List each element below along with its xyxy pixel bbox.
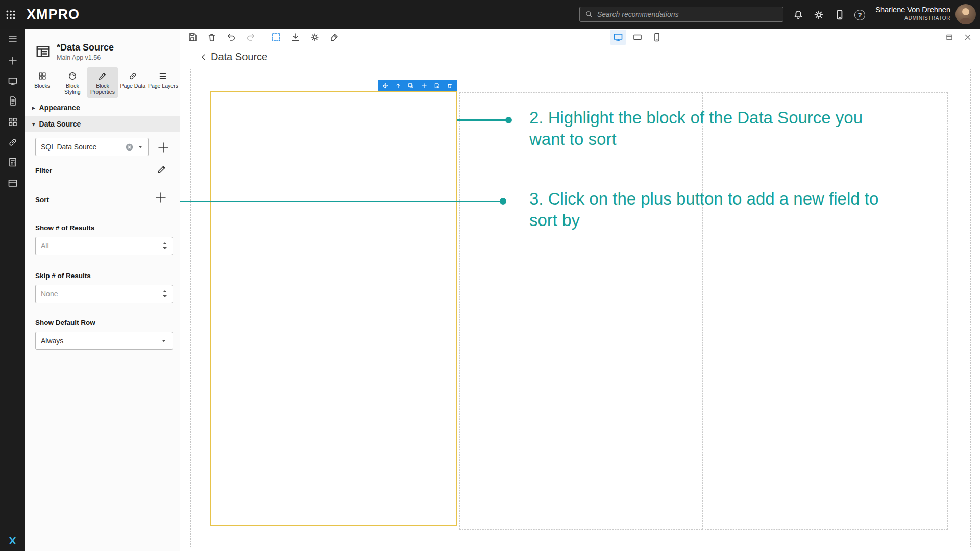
duplicate-block-icon[interactable]: [407, 82, 414, 90]
help-icon[interactable]: ?: [854, 8, 868, 21]
show-results-label: Show # of Results: [35, 224, 94, 232]
annotation-dot: [500, 198, 506, 205]
dashboards-icon[interactable]: [0, 72, 25, 90]
annotation-connector-line: [457, 119, 509, 121]
save-block-icon[interactable]: [433, 82, 440, 90]
tab-block-properties[interactable]: Block Properties: [87, 67, 117, 98]
xmpro-app-designer: XMPRO ? Sharlene Von Drehnen ADMINISTRAT…: [0, 0, 980, 551]
window-controls: [941, 30, 976, 45]
notifications-bell-icon[interactable]: [793, 8, 806, 21]
stepper-icons[interactable]: [162, 242, 167, 250]
select-tool-button[interactable]: [268, 30, 284, 45]
preview-device-toggle: [610, 30, 665, 45]
show-results-input[interactable]: All: [35, 237, 173, 255]
search-icon: [585, 10, 593, 18]
undo-button[interactable]: [223, 30, 239, 45]
panel-tabs: Blocks Block Styling Block Properties Pa…: [27, 67, 178, 98]
search-box[interactable]: [579, 7, 783, 22]
redo-button[interactable]: [242, 30, 259, 45]
sort-label: Sort: [35, 196, 49, 204]
restore-window-icon[interactable]: [941, 30, 958, 45]
data-source-value: SQL Data Source: [41, 143, 122, 151]
app-page-icon: [35, 44, 51, 59]
add-sort-plus-button[interactable]: [155, 191, 167, 204]
avatar[interactable]: [955, 4, 976, 24]
app-subtitle: Main App v1.56: [57, 54, 101, 61]
blocks-grid-icon: [38, 71, 47, 81]
save-button[interactable]: [184, 30, 201, 45]
page-title: Data Source: [211, 51, 267, 63]
app-title: *Data Source: [57, 42, 114, 53]
canvas-settings-gear-icon[interactable]: [307, 30, 323, 45]
annotation-step-2: 2. Highlight the block of the Data Sourc…: [529, 107, 863, 150]
annotation-step-3: 3. Click on the plus button to add a new…: [529, 188, 878, 231]
appearance-section-header[interactable]: ▸ Appearance: [25, 100, 180, 115]
chevron-down-icon: ▾: [32, 121, 35, 128]
style-painter-button[interactable]: [326, 30, 342, 45]
stepper-icons[interactable]: [162, 290, 167, 298]
properties-panel: *Data Source Main App v1.56 Blocks Block…: [25, 29, 180, 551]
move-block-icon[interactable]: [382, 82, 389, 90]
tab-blocks[interactable]: Blocks: [27, 67, 57, 98]
topbar: XMPRO ? Sharlene Von Drehnen ADMINISTRAT…: [0, 0, 980, 29]
delete-block-icon[interactable]: [446, 82, 453, 90]
desktop-preview-button[interactable]: [610, 30, 626, 45]
left-rail: X: [0, 29, 25, 551]
selected-data-source-block[interactable]: [210, 91, 457, 526]
download-button[interactable]: [287, 30, 304, 45]
chevron-right-icon: ▸: [32, 105, 35, 111]
delete-button[interactable]: [204, 30, 220, 45]
calculator-icon[interactable]: [0, 154, 25, 171]
mobile-app-icon[interactable]: [834, 8, 847, 21]
add-data-source-button[interactable]: [156, 140, 171, 155]
media-card-icon[interactable]: [0, 174, 25, 192]
pencil-icon: [98, 71, 107, 81]
block-action-toolbar: [378, 80, 457, 91]
dropdown-caret-icon[interactable]: [137, 143, 144, 151]
add-icon[interactable]: [0, 52, 25, 69]
tab-page-data[interactable]: Page Data: [118, 67, 148, 98]
layers-icon: [158, 71, 167, 81]
close-icon[interactable]: [960, 30, 976, 45]
filter-label: Filter: [35, 167, 52, 174]
add-block-icon[interactable]: [421, 82, 428, 90]
data-source-select[interactable]: SQL Data Source: [35, 138, 149, 156]
menu-icon[interactable]: [0, 30, 25, 47]
dropdown-caret-icon: [160, 337, 167, 344]
user-role: ADMINISTRATOR: [875, 15, 950, 21]
connections-link-icon[interactable]: [0, 134, 25, 151]
annotation-dot: [505, 117, 512, 123]
column-placeholder[interactable]: [705, 92, 948, 530]
apps-grid-icon[interactable]: [5, 8, 18, 21]
link-icon: [128, 71, 137, 81]
xmpro-x-logo: X: [0, 535, 25, 547]
user-info[interactable]: Sharlene Von Drehnen ADMINISTRATOR: [875, 6, 950, 21]
default-row-label: Show Default Row: [35, 319, 95, 327]
blocks-library-icon[interactable]: [0, 113, 25, 131]
palette-icon: [68, 71, 77, 81]
move-up-icon[interactable]: [395, 82, 402, 90]
data-source-section-header[interactable]: ▾ Data Source: [25, 116, 180, 132]
annotation-connector-line: [180, 201, 503, 202]
skip-results-label: Skip # of Results: [35, 272, 91, 280]
skip-results-input[interactable]: None: [35, 285, 173, 303]
tab-page-layers[interactable]: Page Layers: [148, 67, 178, 98]
clear-icon[interactable]: [125, 143, 134, 152]
search-input[interactable]: [597, 10, 778, 18]
canvas-toolbar: [184, 30, 342, 45]
designer-canvas-area: Data Source: [180, 29, 980, 551]
xmpro-logo: XMPRO: [27, 7, 80, 22]
edit-filter-pencil-icon[interactable]: [156, 163, 168, 176]
documents-icon[interactable]: [0, 92, 25, 110]
column-placeholder[interactable]: [459, 92, 703, 530]
tablet-preview-button[interactable]: [629, 30, 646, 45]
page-breadcrumb[interactable]: Data Source: [200, 51, 267, 63]
tab-block-styling[interactable]: Block Styling: [57, 67, 87, 98]
user-name: Sharlene Von Drehnen: [875, 6, 950, 14]
mobile-preview-button[interactable]: [649, 30, 665, 45]
settings-gear-icon[interactable]: [813, 8, 826, 21]
back-chevron-icon: [200, 53, 208, 61]
default-row-select[interactable]: Always: [35, 332, 173, 350]
